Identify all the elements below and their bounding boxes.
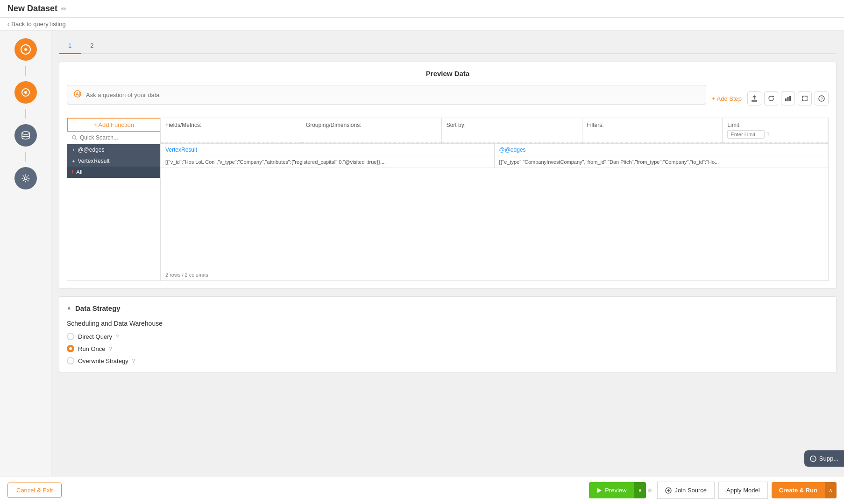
svg-point-17 bbox=[666, 488, 671, 489]
help-icon-button[interactable]: ? bbox=[815, 91, 829, 105]
join-source-button[interactable]: Join Source bbox=[657, 482, 715, 488]
field-exclaim-icon: ! bbox=[72, 169, 73, 175]
limit-input[interactable] bbox=[727, 130, 765, 139]
svg-rect-9 bbox=[789, 96, 791, 101]
add-step-button[interactable]: + Add Step bbox=[712, 95, 742, 102]
table-row: [{"v_id":"Hos LoL Con","v_type":"Company… bbox=[161, 156, 828, 168]
expand-icon-button[interactable] bbox=[798, 91, 812, 105]
header-filters: Filters: bbox=[582, 118, 723, 143]
tab-bar: 1 2 bbox=[59, 38, 837, 54]
col-header-vertex[interactable]: VertexResult bbox=[161, 144, 495, 156]
add-function-button[interactable]: + Add Function bbox=[67, 118, 160, 132]
strategy-collapse-icon[interactable]: ∧ bbox=[67, 305, 71, 312]
refresh-icon-button[interactable] bbox=[764, 91, 778, 105]
help-run-once-icon[interactable]: ? bbox=[109, 346, 112, 351]
ai-search-input[interactable] bbox=[86, 91, 700, 98]
create-run-button-group: Create & Run ∧ bbox=[768, 482, 837, 488]
chart-icon-button[interactable] bbox=[781, 91, 795, 105]
limit-help-icon[interactable]: ? bbox=[766, 132, 769, 137]
col-header-edges[interactable]: @@edges bbox=[495, 144, 829, 156]
limit-input-row: ? bbox=[727, 130, 823, 139]
support-label: Supp... bbox=[819, 455, 838, 462]
svg-text:AI: AI bbox=[76, 91, 80, 97]
preview-button-group: Preview ∧ bbox=[589, 482, 646, 488]
bottom-bar: Cancel & Exit Preview ∧ Join Source Appl… bbox=[0, 476, 844, 488]
option-run-once-label: Run Once bbox=[78, 345, 106, 352]
ai-search-bar[interactable]: AI bbox=[67, 85, 706, 105]
ai-search-icon: AI bbox=[73, 89, 82, 100]
back-link[interactable]: ‹ Back to query listing bbox=[0, 18, 844, 31]
svg-line-13 bbox=[75, 139, 77, 140]
support-button[interactable]: ? Supp... bbox=[804, 450, 844, 467]
bottom-right-buttons: Preview ∧ Join Source Apply Model Create… bbox=[589, 482, 837, 488]
preview-data-card: Preview Data AI + Add Step bbox=[59, 62, 837, 289]
radio-overwrite[interactable] bbox=[67, 357, 74, 364]
sidebar-icon-logo[interactable] bbox=[14, 38, 37, 61]
scheduling-options: Direct Query ? Run Once ? Overwrite Stra… bbox=[67, 333, 829, 364]
sidebar-icon-database[interactable] bbox=[14, 124, 37, 147]
data-grid: Fields/Metrics: Grouping/Dimensions: Sor… bbox=[160, 118, 829, 281]
page-title: New Dataset bbox=[7, 4, 57, 14]
top-header: New Dataset ✏ bbox=[0, 0, 844, 18]
field-expand-icon: + bbox=[72, 147, 75, 153]
content-area: 1 2 Preview Data AI + Add Step bbox=[51, 31, 844, 488]
create-run-chevron-button[interactable]: ∧ bbox=[825, 482, 837, 488]
field-item-edges[interactable]: + @@edges bbox=[67, 144, 160, 155]
preview-button[interactable]: Preview bbox=[589, 482, 634, 488]
preview-label: Preview bbox=[605, 487, 626, 488]
scheduling-section-title: Scheduling and Data Warehouse bbox=[67, 320, 829, 327]
limit-label: Limit: bbox=[727, 122, 823, 128]
toolbar-icons: ? bbox=[747, 91, 829, 105]
option-overwrite-label: Overwrite Strategy bbox=[78, 357, 128, 364]
cell-vertex-0: [{"v_id":"Hos LoL Con","v_type":"Company… bbox=[161, 156, 495, 168]
back-link-label: Back to query listing bbox=[11, 21, 65, 28]
grid-footer: 2 rows / 2 columns bbox=[161, 269, 828, 280]
back-chevron: ‹ bbox=[7, 21, 9, 28]
svg-point-4 bbox=[24, 177, 27, 180]
option-direct-query[interactable]: Direct Query ? bbox=[67, 333, 829, 340]
radio-direct-query[interactable] bbox=[67, 333, 74, 340]
create-run-button[interactable]: Create & Run bbox=[772, 482, 825, 488]
svg-point-2 bbox=[24, 91, 27, 94]
svg-point-3 bbox=[22, 132, 29, 134]
connector-line-3 bbox=[25, 152, 26, 161]
field-expand-icon: + bbox=[72, 158, 75, 164]
cancel-exit-button[interactable]: Cancel & Exit bbox=[7, 483, 62, 488]
fields-panel: + Add Function + @@edges + VertexResult bbox=[67, 118, 160, 281]
field-item-vertex[interactable]: + VertexResult bbox=[67, 155, 160, 167]
field-item-all[interactable]: ! All bbox=[67, 167, 160, 178]
option-overwrite[interactable]: Overwrite Strategy ? bbox=[67, 357, 829, 364]
sidebar-icon-view[interactable] bbox=[14, 81, 37, 104]
join-source-label: Join Source bbox=[674, 487, 707, 488]
field-label: All bbox=[76, 169, 82, 175]
help-overwrite-icon[interactable]: ? bbox=[132, 358, 135, 364]
field-label: VertexResult bbox=[78, 158, 109, 164]
help-direct-query-icon[interactable]: ? bbox=[116, 334, 119, 339]
strategy-title: Data Strategy bbox=[75, 304, 121, 312]
edit-icon[interactable]: ✏ bbox=[61, 5, 67, 13]
bottom-spacer bbox=[59, 380, 837, 413]
svg-text:?: ? bbox=[821, 97, 823, 101]
tab-1[interactable]: 1 bbox=[59, 38, 81, 54]
header-fields: Fields/Metrics: bbox=[161, 118, 301, 143]
grid-header: Fields/Metrics: Grouping/Dimensions: Sor… bbox=[161, 118, 828, 144]
tab-2[interactable]: 2 bbox=[81, 38, 103, 54]
upload-icon-button[interactable] bbox=[747, 91, 761, 105]
main-layout: 1 2 Preview Data AI + Add Step bbox=[0, 31, 844, 488]
svg-rect-8 bbox=[787, 97, 789, 101]
preview-card-title: Preview Data bbox=[67, 70, 829, 77]
radio-run-once[interactable] bbox=[67, 345, 74, 352]
cell-edges-0: [{"e_type":"CompanyInvestCompany","from_… bbox=[495, 156, 829, 168]
quick-search-input[interactable] bbox=[80, 134, 156, 141]
header-sortby: Sort by: bbox=[442, 118, 582, 143]
apply-model-button[interactable]: Apply Model bbox=[718, 482, 768, 488]
option-run-once[interactable]: Run Once ? bbox=[67, 345, 829, 352]
header-grouping: Grouping/Dimensions: bbox=[301, 118, 442, 143]
connector-line-2 bbox=[25, 109, 26, 119]
svg-rect-7 bbox=[785, 98, 787, 101]
sidebar-icon-settings[interactable] bbox=[14, 167, 37, 189]
quick-search-row bbox=[67, 132, 160, 144]
preview-chevron-button[interactable]: ∧ bbox=[634, 482, 646, 488]
grid-column-headers: VertexResult @@edges bbox=[161, 144, 828, 156]
field-label: @@edges bbox=[78, 147, 104, 153]
